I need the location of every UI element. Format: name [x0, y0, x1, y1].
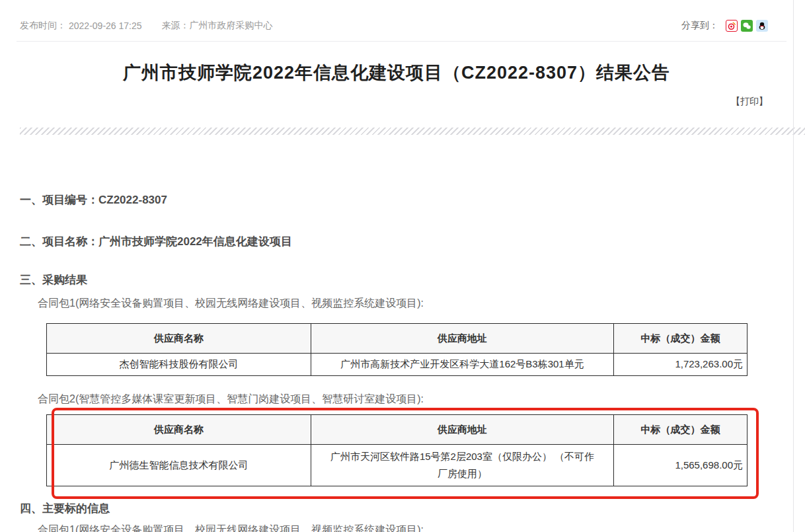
header-supplier-address: 供应商地址 [311, 415, 614, 445]
award-amount-cell: 1,723,263.00元 [614, 354, 748, 376]
header-award-amount: 中标（成交）金额 [614, 415, 748, 445]
header-supplier-address: 供应商地址 [311, 324, 614, 354]
supplier-name-cell: 杰创智能科技股份有限公司 [47, 354, 311, 376]
package2-result-table: 供应商名称 供应商地址 中标（成交）金额 广州德生智能信息技术有限公司 广州市天… [46, 414, 748, 486]
header-divider [17, 41, 786, 42]
package1-result-table: 供应商名称 供应商地址 中标（成交）金额 杰创智能科技股份有限公司 广州市高新技… [46, 323, 748, 376]
wechat-icon[interactable] [741, 20, 753, 32]
header-supplier-name: 供应商名称 [47, 324, 311, 354]
qq-icon[interactable] [756, 20, 768, 32]
award-amount-cell: 1,565,698.00元 [614, 445, 748, 486]
table-header-row: 供应商名称 供应商地址 中标（成交）金额 [47, 415, 748, 445]
publish-time-value: 2022-09-26 17:25 [69, 20, 142, 31]
share-bar: 分享到： [681, 20, 768, 32]
print-button[interactable]: 【打印】 [731, 96, 768, 108]
weibo-icon[interactable] [726, 20, 738, 32]
header-supplier-name: 供应商名称 [47, 415, 311, 445]
clipped-bottom-line: 合同包1(网络安全设备购置项目、校园无线网络建设项目、视频监控系统建设项目): [38, 523, 424, 532]
package2-table-wrap: 供应商名称 供应商地址 中标（成交）金额 广州德生智能信息技术有限公司 广州市天… [46, 414, 747, 486]
meta-bar: 发布时间： 2022-09-26 17:25 来源：广州市政府采购中心 分享到： [20, 20, 768, 32]
table-row: 杰创智能科技股份有限公司 广州市高新技术产业开发区科学大道162号B3栋301单… [47, 354, 748, 376]
supplier-address-cell: 广州市天河区软件路15号第2层203室（仅限办公） （不可作厂房使用） [311, 445, 614, 486]
section-procurement-result: 三、采购结果 [20, 272, 87, 287]
table-row: 广州德生智能信息技术有限公司 广州市天河区软件路15号第2层203室（仅限办公）… [47, 445, 748, 486]
page-right-border [793, 0, 794, 532]
supplier-name-cell: 广州德生智能信息技术有限公司 [47, 445, 311, 486]
announcement-page: 发布时间： 2022-09-26 17:25 来源：广州市政府采购中心 分享到： [0, 0, 805, 532]
supplier-address-cell: 广州市高新技术产业开发区科学大道162号B3栋301单元 [311, 354, 614, 376]
source-value: 广州市政府采购中心 [190, 20, 273, 30]
package1-intro: 合同包1(网络安全设备购置项目、校园无线网络建设项目、视频监控系统建设项目): [38, 297, 424, 311]
hatched-divider [20, 128, 805, 135]
publish-time-label: 发布时间： [20, 20, 66, 32]
section-project-number: 一、项目编号：CZ2022-8307 [20, 192, 167, 208]
section-main-subject-info: 四、主要标的信息 [20, 501, 110, 516]
header-award-amount: 中标（成交）金额 [614, 324, 748, 354]
table-header-row: 供应商名称 供应商地址 中标（成交）金额 [47, 324, 748, 354]
page-title: 广州市技师学院2022年信息化建设项目（CZ2022-8307）结果公告 [0, 61, 793, 85]
package2-intro: 合同包2(智慧管控多媒体课室更新项目、智慧门岗建设项目、智慧研讨室建设项目): [38, 393, 424, 406]
share-label: 分享到： [681, 20, 718, 32]
source-label: 来源： [162, 20, 190, 30]
section-project-name: 二、项目名称：广州市技师学院2022年信息化建设项目 [20, 234, 292, 249]
